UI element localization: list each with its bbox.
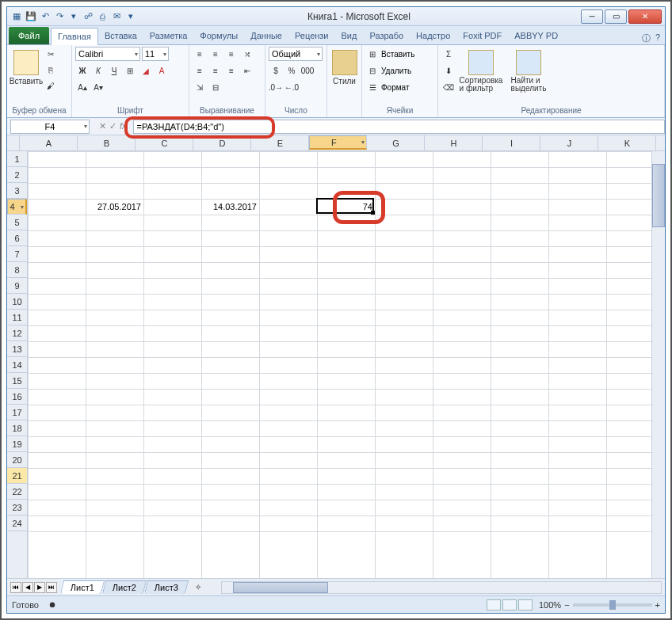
align-top-icon[interactable]: ≡ — [193, 47, 207, 61]
column-header[interactable]: K — [598, 135, 656, 150]
underline-button[interactable]: Ч — [107, 63, 121, 78]
row-header[interactable]: 14 — [7, 357, 27, 373]
clear-icon[interactable]: ⌫ — [441, 80, 456, 94]
sheet-nav-last-icon[interactable]: ⏭ — [46, 582, 57, 593]
italic-button[interactable]: К — [91, 63, 105, 78]
zoom-in-icon[interactable]: + — [655, 600, 660, 610]
scroll-thumb[interactable] — [652, 164, 665, 227]
row-header[interactable]: 18 — [7, 420, 27, 436]
cut-icon[interactable]: ✂ — [44, 47, 58, 61]
qat-item-icon[interactable]: ⎙ — [96, 10, 109, 23]
decrease-font-icon[interactable]: A▾ — [91, 80, 105, 94]
redo-icon[interactable]: ↷ — [53, 10, 66, 23]
row-header[interactable]: 15 — [7, 373, 27, 389]
sheet-tab[interactable]: Лист1 — [60, 580, 105, 594]
column-header[interactable]: C — [136, 135, 193, 150]
save-icon[interactable]: 💾 — [25, 10, 37, 23]
tab-addins[interactable]: Надстро — [410, 27, 456, 44]
column-header[interactable]: F — [309, 135, 367, 150]
horizontal-scrollbar[interactable] — [221, 581, 662, 594]
column-header[interactable]: E — [251, 135, 309, 150]
copy-icon[interactable]: ⎘ — [44, 63, 58, 77]
row-header[interactable]: 1 — [7, 151, 27, 167]
tab-review[interactable]: Рецензи — [288, 27, 335, 44]
tab-home[interactable]: Главная — [51, 28, 98, 45]
decrease-decimal-icon[interactable]: ←.0 — [284, 80, 299, 94]
row-header[interactable]: 11 — [7, 310, 27, 325]
cells-area[interactable]: 27.05.2017 14.03.2017 74 — [28, 151, 651, 578]
close-button[interactable]: ✕ — [628, 10, 662, 24]
normal-view-icon[interactable] — [487, 599, 501, 610]
sort-filter-button[interactable]: Сортировка и фильтр — [457, 47, 505, 99]
name-box[interactable]: F4 — [10, 120, 90, 134]
enter-formula-icon[interactable]: ✓ — [109, 121, 116, 131]
bold-button[interactable]: Ж — [75, 63, 90, 78]
macro-record-icon[interactable]: ⏺ — [45, 598, 59, 612]
qat-dropdown-icon[interactable]: ▾ — [124, 10, 137, 23]
row-header[interactable]: 2 — [7, 167, 27, 183]
indent-icon[interactable]: ⇤ — [240, 63, 254, 78]
column-header[interactable]: D — [193, 135, 251, 150]
align-center-icon[interactable]: ≡ — [208, 63, 223, 78]
qat-item-icon[interactable]: ✉ — [110, 10, 123, 23]
sheet-tab[interactable]: Лист3 — [144, 580, 189, 594]
page-break-view-icon[interactable] — [518, 599, 533, 610]
tab-foxit[interactable]: Foxit PDF — [456, 27, 508, 44]
row-header[interactable]: 19 — [7, 436, 27, 452]
border-button[interactable]: ⊞ — [123, 63, 137, 78]
tab-insert[interactable]: Вставка — [98, 27, 143, 44]
row-header[interactable]: 20 — [7, 452, 27, 468]
maximize-button[interactable]: ▭ — [605, 10, 627, 24]
align-middle-icon[interactable]: ≡ — [208, 47, 223, 61]
orientation-icon[interactable]: ⤭ — [240, 47, 254, 61]
tab-formulas[interactable]: Формулы — [193, 27, 244, 44]
percent-icon[interactable]: % — [284, 63, 299, 78]
tab-developer[interactable]: Разрабо — [363, 27, 410, 44]
comma-icon[interactable]: 000 — [300, 63, 315, 78]
column-header[interactable]: H — [425, 135, 483, 150]
minimize-ribbon-icon[interactable]: ⓘ — [642, 32, 651, 44]
help-icon[interactable]: ? — [655, 32, 660, 44]
font-size-select[interactable]: 11 — [142, 47, 169, 61]
row-header[interactable]: 3 — [7, 183, 27, 199]
sheet-tab[interactable]: Лист2 — [102, 580, 147, 594]
row-header[interactable]: 4 — [7, 199, 27, 215]
insert-cells-button[interactable]: ⊞Вставить — [365, 47, 414, 61]
align-bottom-icon[interactable]: ≡ — [224, 47, 239, 61]
page-layout-view-icon[interactable] — [502, 599, 517, 610]
zoom-level[interactable]: 100% — [539, 600, 561, 610]
row-header[interactable]: 22 — [7, 484, 27, 500]
cell-F4[interactable]: 74 — [317, 199, 375, 215]
cancel-formula-icon[interactable]: ✕ — [99, 121, 106, 131]
row-header[interactable]: 7 — [7, 246, 27, 262]
merge-icon[interactable]: ⊟ — [208, 80, 223, 94]
fill-icon[interactable]: ⬇ — [441, 63, 456, 78]
qat-item-icon[interactable]: ▾ — [67, 10, 80, 23]
row-header[interactable]: 17 — [7, 405, 27, 420]
currency-icon[interactable]: $ — [269, 63, 283, 78]
row-header[interactable]: 16 — [7, 389, 27, 405]
number-format-select[interactable]: Общий — [269, 47, 323, 61]
sheet-nav-prev-icon[interactable]: ◀ — [22, 582, 33, 593]
row-header[interactable]: 5 — [7, 215, 27, 230]
column-header[interactable]: B — [78, 135, 136, 150]
align-left-icon[interactable]: ≡ — [193, 63, 207, 78]
fx-icon[interactable]: fx — [120, 121, 127, 131]
scroll-thumb[interactable] — [233, 582, 328, 593]
tab-layout[interactable]: Разметка — [143, 27, 194, 44]
increase-decimal-icon[interactable]: .0→ — [269, 80, 283, 94]
row-header[interactable]: 9 — [7, 278, 27, 294]
font-name-select[interactable]: Calibri — [75, 47, 140, 61]
row-header[interactable]: 12 — [7, 325, 27, 341]
row-header[interactable]: 24 — [7, 515, 27, 531]
column-header[interactable]: J — [540, 135, 598, 150]
file-tab[interactable]: Файл — [9, 27, 49, 44]
delete-cells-button[interactable]: ⊟Удалить — [365, 63, 411, 78]
row-header[interactable]: 13 — [7, 341, 27, 357]
minimize-button[interactable]: ─ — [581, 10, 603, 24]
qat-item-icon[interactable]: ☍ — [82, 10, 94, 23]
wrap-text-icon[interactable]: ⇲ — [193, 80, 207, 94]
tab-abbyy[interactable]: ABBYY PD — [508, 27, 564, 44]
zoom-out-icon[interactable]: − — [564, 600, 569, 610]
vertical-scrollbar[interactable] — [651, 151, 665, 578]
